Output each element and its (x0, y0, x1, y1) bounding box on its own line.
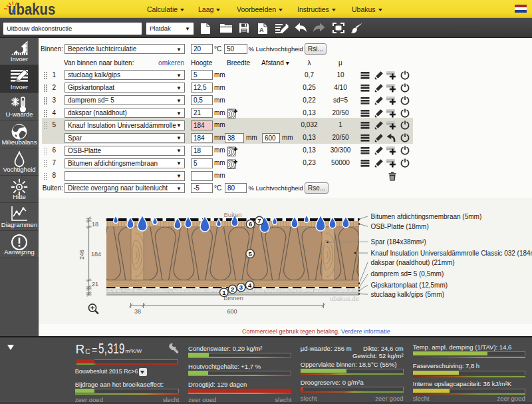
svg-text:6: 6 (249, 220, 252, 228)
svg-text:Knauf Insulation Universaldämm: Knauf Insulation Universaldämmrolle Clas… (371, 250, 532, 257)
svg-text:1: 1 (222, 289, 226, 296)
svg-text:ubakus.de: ubakus.de (330, 295, 359, 302)
svg-text:38: 38 (134, 308, 141, 315)
svg-text:OSB-Platte (18mm): OSB-Platte (18mm) (371, 223, 429, 230)
svg-text:dakspar (naaldhout) (21mm): dakspar (naaldhout) (21mm) (371, 259, 455, 266)
svg-text:damprem sd= 5 (0,5mm): damprem sd= 5 (0,5mm) (371, 270, 444, 278)
svg-text:Gipskartonplaat (12,5mm): Gipskartonplaat (12,5mm) (371, 282, 448, 289)
svg-text:Spar (184x38mm²): Spar (184x38mm²) (371, 238, 426, 246)
svg-text:Bitumen afdichtingsmembraan (5: Bitumen afdichtingsmembraan (5mm) (371, 213, 482, 220)
svg-text:A: A (259, 27, 264, 33)
svg-text:Buiten: Buiten (224, 211, 242, 218)
svg-text:18: 18 (92, 221, 98, 228)
svg-text:stuclaag kalk/gips (5mm): stuclaag kalk/gips (5mm) (371, 291, 445, 298)
svg-text:2: 2 (231, 286, 234, 293)
svg-text:3: 3 (239, 284, 243, 291)
svg-text:21: 21 (92, 281, 98, 288)
svg-text:5: 5 (248, 250, 252, 258)
svg-text:184: 184 (91, 251, 101, 258)
svg-text:7: 7 (257, 217, 261, 224)
svg-text:246: 246 (78, 250, 85, 260)
svg-text:4: 4 (248, 282, 252, 289)
svg-text:600: 600 (227, 308, 237, 315)
